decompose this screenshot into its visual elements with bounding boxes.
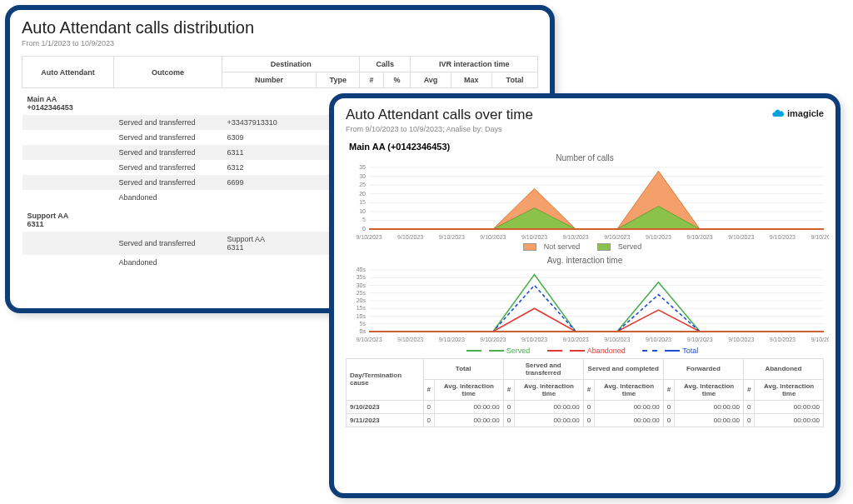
- calls-chart-title: Number of calls: [346, 153, 824, 162]
- dist-date-range: From 1/1/2023 to 10/9/2023: [22, 39, 538, 47]
- svg-text:20s: 20s: [357, 297, 367, 303]
- svg-text:25s: 25s: [357, 289, 367, 295]
- queue-name: Main AA (+0142346453): [349, 142, 824, 152]
- calls-legend: Not served Served: [346, 242, 824, 252]
- brand-logo: imagicle: [771, 107, 824, 120]
- col-calls: Calls: [360, 57, 411, 72]
- legend-not-served: Not served: [544, 242, 581, 251]
- svg-text:10: 10: [359, 208, 366, 214]
- svg-text:30: 30: [359, 173, 366, 179]
- svg-text:5s: 5s: [360, 320, 367, 326]
- svg-text:9/10/2023: 9/10/2023: [439, 337, 465, 342]
- svg-text:9/10/2023: 9/10/2023: [728, 337, 754, 342]
- time-chart: 0s5s10s15s20s25s30s35s40s9/10/20239/10/2…: [346, 267, 829, 343]
- svg-text:9/10/2023: 9/10/2023: [521, 234, 547, 240]
- svg-text:0: 0: [362, 226, 366, 232]
- svg-text:15: 15: [359, 199, 366, 205]
- svg-text:9/10/2023: 9/10/2023: [687, 337, 713, 342]
- term-col-day: Day/Termination cause: [347, 358, 424, 400]
- legend-time-abandoned: Abandoned: [570, 347, 626, 355]
- ot-date-range: From 9/10/2023 to 10/9/2023; Analise by:…: [346, 125, 824, 133]
- col-number: Number: [222, 72, 317, 88]
- svg-text:0s: 0s: [360, 328, 367, 334]
- dist-title: Auto Attendant calls distribution: [22, 18, 538, 37]
- svg-text:35s: 35s: [357, 274, 367, 280]
- svg-text:9/10/2023: 9/10/2023: [728, 234, 754, 240]
- term-col-sc: Served and completed: [583, 358, 663, 379]
- svg-text:20: 20: [359, 191, 366, 197]
- svg-text:10s: 10s: [357, 312, 367, 318]
- svg-text:9/10/2023: 9/10/2023: [521, 337, 547, 342]
- svg-text:9/10/2023: 9/10/2023: [646, 234, 671, 240]
- ot-title: Auto Attendant calls over time: [346, 107, 824, 123]
- col-max: Max: [451, 72, 492, 88]
- term-col-total: Total: [423, 358, 503, 379]
- svg-text:9/10/2023: 9/10/2023: [397, 234, 423, 240]
- svg-text:9/10/2023: 9/10/2023: [439, 234, 465, 240]
- col-auto-attendant: Auto Attendant: [22, 57, 114, 88]
- col-total: Total: [492, 72, 538, 88]
- svg-text:9/10/2023: 9/10/2023: [563, 337, 589, 342]
- calls-chart: 051015202530359/10/20239/10/20239/10/202…: [346, 164, 829, 241]
- col-destination: Destination: [222, 57, 360, 72]
- svg-text:9/10/2023: 9/10/2023: [356, 234, 382, 240]
- svg-text:9/10/2023: 9/10/2023: [604, 337, 630, 342]
- term-col-st: Served and transferred: [503, 358, 583, 379]
- legend-time-served: Served: [489, 347, 531, 355]
- legend-time-total: Total: [665, 347, 698, 355]
- svg-text:15s: 15s: [357, 305, 367, 311]
- col-type: Type: [317, 72, 360, 88]
- svg-text:9/10/2023: 9/10/2023: [604, 234, 630, 240]
- time-chart-title: Avg. interaction time: [346, 256, 824, 265]
- svg-text:9/10/2023: 9/10/2023: [480, 337, 506, 342]
- svg-text:9/10/2023: 9/10/2023: [397, 337, 423, 342]
- col-count: #: [360, 72, 383, 88]
- term-col-fw: Forwarded: [663, 358, 743, 379]
- legend-served: Served: [618, 242, 642, 251]
- svg-text:9/10/2023: 9/10/2023: [770, 234, 796, 240]
- svg-text:35: 35: [359, 164, 366, 170]
- svg-text:25: 25: [359, 182, 366, 187]
- svg-text:9/10/2023: 9/10/2023: [356, 337, 382, 342]
- svg-text:9/10/2023: 9/10/2023: [563, 234, 589, 240]
- term-col-ab: Abandoned: [743, 358, 823, 379]
- svg-text:9/10/2023: 9/10/2023: [811, 234, 829, 240]
- svg-text:30s: 30s: [357, 282, 367, 287]
- table-row: 9/10/2023000:00:00000:00:00000:00:00000:…: [347, 400, 824, 413]
- svg-text:40s: 40s: [357, 267, 367, 272]
- col-outcome: Outcome: [114, 57, 222, 88]
- svg-text:5: 5: [362, 217, 366, 222]
- time-legend: Served Abandoned Total: [346, 345, 824, 355]
- svg-text:9/10/2023: 9/10/2023: [811, 337, 829, 342]
- svg-text:9/10/2023: 9/10/2023: [480, 234, 506, 240]
- col-pct: %: [383, 72, 411, 88]
- table-row: 9/11/2023000:00:00000:00:00000:00:00000:…: [347, 413, 824, 427]
- col-avg: Avg: [411, 72, 451, 88]
- col-ivr: IVR interaction time: [411, 57, 538, 72]
- svg-text:9/10/2023: 9/10/2023: [770, 337, 796, 342]
- overtime-panel: imagicle Auto Attendant calls over time …: [329, 93, 841, 498]
- termination-table: Day/Termination cause Total Served and t…: [346, 358, 824, 427]
- cloud-icon: [771, 107, 785, 120]
- svg-text:9/10/2023: 9/10/2023: [687, 234, 713, 240]
- svg-text:9/10/2023: 9/10/2023: [646, 337, 671, 342]
- brand-text: imagicle: [787, 108, 824, 118]
